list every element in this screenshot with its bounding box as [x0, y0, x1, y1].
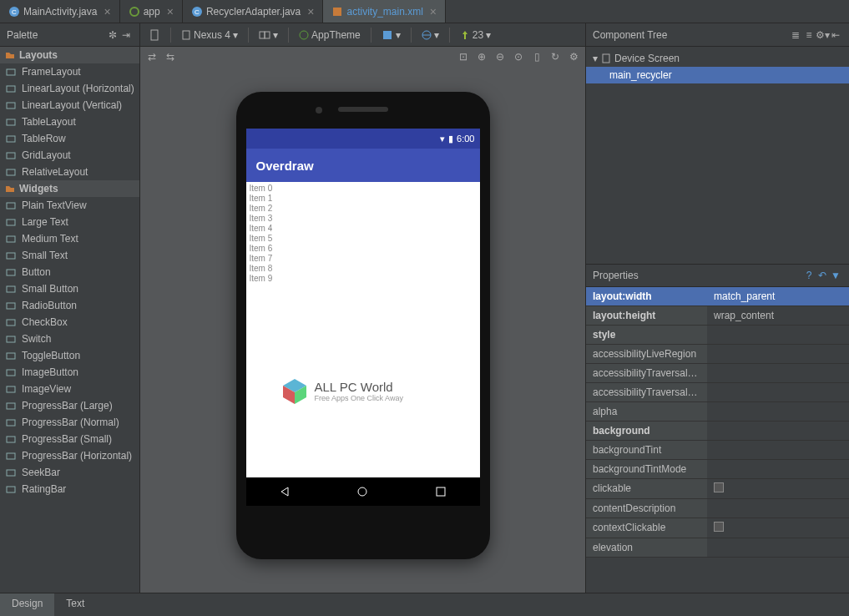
- screenshot-icon[interactable]: ▯: [530, 50, 543, 63]
- palette-item[interactable]: TableLayout: [0, 114, 139, 130]
- property-row[interactable]: contentDescription: [586, 499, 849, 518]
- close-icon[interactable]: ×: [430, 5, 437, 18]
- palette-item[interactable]: ToggleButton: [0, 347, 139, 364]
- palette-item[interactable]: Large Text: [0, 214, 139, 230]
- text-tab[interactable]: Text: [54, 593, 96, 616]
- palette-item[interactable]: RadioButton: [0, 297, 139, 314]
- property-value[interactable]: [707, 326, 849, 344]
- variant-icon[interactable]: ▾: [255, 28, 281, 43]
- palette-item[interactable]: RatingBar: [0, 481, 139, 497]
- locale-icon[interactable]: ▾: [418, 28, 442, 43]
- property-row[interactable]: accessibilityTraversalAfter: [586, 364, 849, 383]
- property-value[interactable]: [707, 402, 849, 421]
- checkbox-icon[interactable]: [714, 522, 724, 532]
- property-row[interactable]: elevation: [586, 538, 849, 558]
- property-row[interactable]: accessibilityTraversalBefore: [586, 383, 849, 402]
- palette-item[interactable]: ProgressBar (Small): [0, 431, 139, 447]
- close-icon[interactable]: ×: [104, 5, 110, 18]
- palette-item[interactable]: ImageButton: [0, 364, 139, 381]
- palette-item[interactable]: Small Button: [0, 280, 139, 297]
- property-value[interactable]: wrap_content: [707, 306, 849, 325]
- api-selector[interactable]: 23 ▾: [457, 28, 494, 43]
- tab-mainactivity[interactable]: C MainActivity.java ×: [0, 0, 120, 23]
- palette-item[interactable]: Button: [0, 264, 139, 280]
- settings-icon[interactable]: ⚙: [567, 50, 580, 63]
- tab-recycleradapter[interactable]: C RecyclerAdapter.java ×: [183, 0, 324, 23]
- palette-item[interactable]: Switch: [0, 331, 139, 347]
- property-value[interactable]: [707, 364, 849, 382]
- palette-item[interactable]: Plain TextView: [0, 197, 139, 214]
- property-row[interactable]: contextClickable: [586, 518, 849, 538]
- property-name: style: [586, 326, 707, 344]
- tab-app[interactable]: app ×: [120, 0, 183, 23]
- shrink-icon[interactable]: ⇆: [164, 50, 177, 63]
- device-screen[interactable]: ▾ ▮ 6:00 Overdraw Item 0Item 1Item 2Item…: [246, 129, 480, 506]
- refresh-icon[interactable]: ↻: [548, 50, 562, 63]
- property-row[interactable]: layout:widthmatch_parent: [586, 287, 849, 306]
- palette-item[interactable]: Medium Text: [0, 230, 139, 247]
- collapse-icon[interactable]: ⇥: [119, 28, 133, 42]
- property-value[interactable]: match_parent: [707, 287, 849, 305]
- zoom-out-icon[interactable]: ⊖: [493, 50, 507, 63]
- palette-item[interactable]: ProgressBar (Normal): [0, 414, 139, 431]
- tab-activity-main[interactable]: activity_main.xml ×: [323, 0, 446, 23]
- expand-all-icon[interactable]: ≣: [789, 28, 802, 42]
- property-value[interactable]: [707, 460, 849, 478]
- palette-item[interactable]: ImageView: [0, 381, 139, 397]
- tree-main-recycler[interactable]: main_recycler: [586, 67, 849, 83]
- gear-icon[interactable]: ⚙▾: [816, 28, 829, 42]
- collapse-all-icon[interactable]: ≡: [802, 28, 816, 42]
- property-value[interactable]: [707, 422, 849, 440]
- property-row[interactable]: backgroundTint: [586, 441, 849, 460]
- orientation-icon[interactable]: [145, 28, 164, 43]
- property-name: contentDescription: [586, 499, 707, 518]
- property-row[interactable]: layout:heightwrap_content: [586, 306, 849, 326]
- expand-icon[interactable]: ⇄: [145, 50, 159, 63]
- property-row[interactable]: style: [586, 326, 849, 345]
- palette-item[interactable]: CheckBox: [0, 314, 139, 331]
- palette-item[interactable]: TableRow: [0, 130, 139, 147]
- property-value[interactable]: [707, 518, 849, 538]
- gear-icon[interactable]: ✼: [106, 28, 119, 42]
- palette-item[interactable]: SeekBar: [0, 464, 139, 481]
- palette-item[interactable]: LinearLayout (Horizontal): [0, 80, 139, 97]
- palette-item[interactable]: Small Text: [0, 247, 139, 264]
- help-icon[interactable]: ?: [802, 269, 816, 282]
- close-icon[interactable]: ×: [167, 5, 174, 18]
- checkbox-icon[interactable]: [714, 482, 724, 492]
- undo-icon[interactable]: ↶: [816, 269, 829, 282]
- palette-item[interactable]: ProgressBar (Horizontal): [0, 447, 139, 464]
- palette-group[interactable]: Widgets: [0, 180, 139, 197]
- palette-item[interactable]: ProgressBar (Large): [0, 397, 139, 414]
- hide-icon[interactable]: ⇤: [829, 28, 842, 42]
- property-value[interactable]: [707, 499, 849, 518]
- zoom-fit-icon[interactable]: ⊡: [457, 50, 470, 63]
- widget-icon: [5, 316, 17, 328]
- palette-item[interactable]: GridLayout: [0, 147, 139, 164]
- property-value[interactable]: [707, 441, 849, 459]
- zoom-in-icon[interactable]: ⊕: [475, 50, 488, 63]
- device-selector[interactable]: Nexus 4 ▾: [178, 28, 241, 43]
- palette-group[interactable]: Layouts: [0, 47, 139, 63]
- property-value[interactable]: [707, 383, 849, 401]
- property-row[interactable]: accessibilityLiveRegion: [586, 345, 849, 364]
- design-tab[interactable]: Design: [0, 593, 54, 616]
- palette-item[interactable]: LinearLayout (Vertical): [0, 97, 139, 114]
- palette-item[interactable]: RelativeLayout: [0, 164, 139, 180]
- property-row[interactable]: background: [586, 422, 849, 441]
- svg-rect-32: [183, 31, 190, 39]
- property-value[interactable]: [707, 345, 849, 363]
- tree-device-screen[interactable]: ▾ Device Screen: [586, 50, 849, 67]
- theme-selector[interactable]: AppTheme: [296, 28, 364, 43]
- widget-icon: [5, 66, 17, 78]
- property-row[interactable]: backgroundTintMode: [586, 460, 849, 479]
- property-value[interactable]: [707, 538, 849, 557]
- filter-icon[interactable]: ▼: [829, 269, 842, 282]
- property-row[interactable]: alpha: [586, 402, 849, 422]
- property-value[interactable]: [707, 479, 849, 498]
- palette-item[interactable]: FrameLayout: [0, 63, 139, 80]
- property-row[interactable]: clickable: [586, 479, 849, 499]
- activity-icon[interactable]: ▾: [378, 28, 404, 43]
- zoom-actual-icon[interactable]: ⊙: [512, 50, 525, 63]
- close-icon[interactable]: ×: [307, 5, 314, 18]
